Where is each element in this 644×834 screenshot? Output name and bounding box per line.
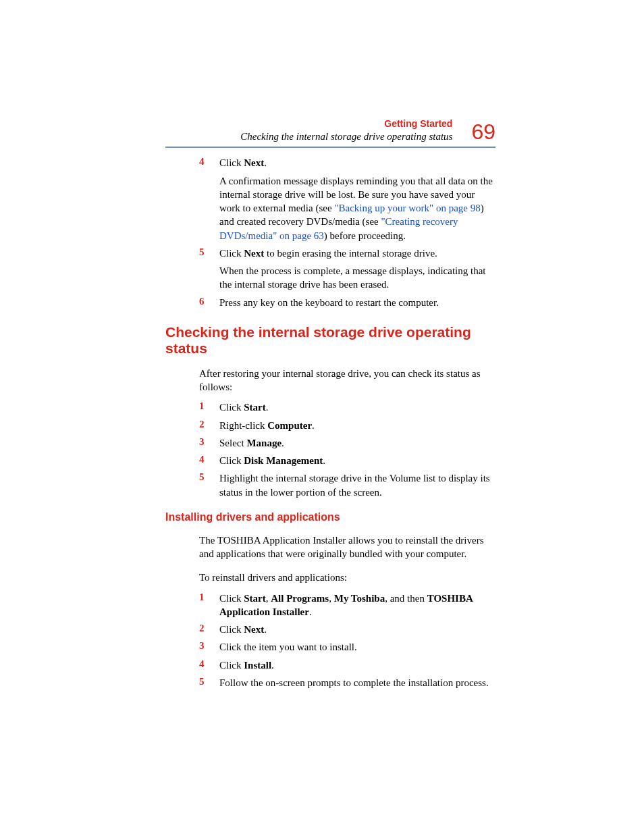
step-line: Click Start, All Programs, My Toshiba, a… xyxy=(219,592,495,619)
step-line: Right-click Computer. xyxy=(219,419,495,432)
header-subtitle: Checking the internal storage drive oper… xyxy=(240,130,452,143)
step-line: Click Disk Management. xyxy=(219,454,495,467)
step-number: 4 xyxy=(199,156,219,242)
step-number: 5 xyxy=(199,246,219,292)
body-paragraph: After restoring your internal storage dr… xyxy=(199,367,495,394)
step-line: Click the item you want to install. xyxy=(219,640,495,654)
sub-heading: Installing drivers and applications xyxy=(165,511,495,523)
step-number: 1 xyxy=(199,592,219,619)
step-number: 1 xyxy=(199,400,219,414)
step-line: Click Next to begin erasing the internal… xyxy=(219,246,495,260)
step-item: 3Click the item you want to install. xyxy=(199,640,495,654)
step-number: 3 xyxy=(199,436,219,450)
step-item: 3 Select Manage. xyxy=(199,436,495,450)
step-item: 2 Right-click Computer. xyxy=(199,419,495,432)
step-paragraph: A confirmation message displays remindin… xyxy=(219,174,495,242)
step-item: 5 Click Next to begin erasing the intern… xyxy=(199,246,495,292)
cross-reference-link[interactable]: "Backing up your work" on page 98 xyxy=(334,203,480,213)
step-line: Click Install. xyxy=(219,658,495,672)
step-item: 1 Click Start. xyxy=(199,400,495,414)
step-item: 5 Highlight the internal storage drive i… xyxy=(199,471,495,499)
step-item: 6 Press any key on the keyboard to resta… xyxy=(199,296,495,309)
body-paragraph: To reinstall drivers and applications: xyxy=(199,571,495,584)
step-number: 5 xyxy=(199,471,219,499)
step-line: Click Start. xyxy=(219,400,495,414)
step-number: 2 xyxy=(199,419,219,432)
step-item: 4 Click Next. A confirmation message dis… xyxy=(199,156,495,242)
step-number: 4 xyxy=(199,658,219,672)
page-number: 69 xyxy=(471,121,495,142)
step-item: 1Click Start, All Programs, My Toshiba, … xyxy=(199,592,495,619)
step-line: Press any key on the keyboard to restart… xyxy=(219,296,495,309)
step-line: Follow the on-screen prompts to complete… xyxy=(219,676,495,689)
step-line: Click Next. xyxy=(219,623,495,636)
step-line: Click Next. xyxy=(219,156,495,170)
step-number: 6 xyxy=(199,296,219,309)
step-line: Select Manage. xyxy=(219,436,495,450)
step-item: 2Click Next. xyxy=(199,623,495,636)
step-item: 5Follow the on-screen prompts to complet… xyxy=(199,676,495,689)
step-item: 4 Click Disk Management. xyxy=(199,454,495,467)
section-heading: Checking the internal storage drive oper… xyxy=(165,324,495,357)
page-header: Getting Started Checking the internal st… xyxy=(165,118,495,148)
step-number: 3 xyxy=(199,640,219,654)
step-number: 4 xyxy=(199,454,219,467)
header-divider xyxy=(165,147,495,148)
step-item: 4Click Install. xyxy=(199,658,495,672)
body-paragraph: The TOSHIBA Application Installer allows… xyxy=(199,533,495,561)
step-number: 5 xyxy=(199,676,219,689)
step-paragraph: When the process is complete, a message … xyxy=(219,264,495,292)
section-label: Getting Started xyxy=(384,118,452,130)
step-number: 2 xyxy=(199,623,219,636)
step-line: Highlight the internal storage drive in … xyxy=(219,471,495,499)
